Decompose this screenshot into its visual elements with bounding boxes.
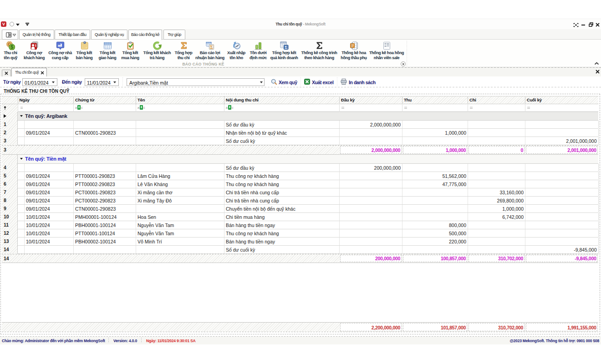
svg-text:$: $ [10, 44, 13, 50]
svg-text:Σ: Σ [285, 45, 287, 50]
svg-text:Σ: Σ [210, 45, 213, 50]
